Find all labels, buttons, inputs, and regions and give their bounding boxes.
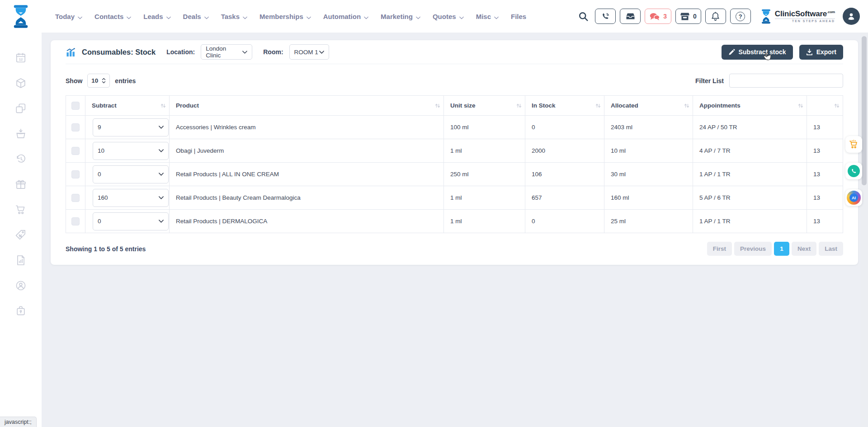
primary-nav: TodayContactsLeadsDealsTasksMembershipsA… [55, 12, 526, 21]
nav-item-label: Quotes [433, 13, 456, 20]
chat-button[interactable]: 3 [645, 9, 671, 24]
pencil-icon [728, 49, 735, 56]
nav-item-marketing[interactable]: Marketing [381, 12, 420, 21]
page-previous-button[interactable]: Previous [734, 242, 772, 256]
subtract-stock-label: Substract stock [739, 48, 786, 56]
subtract-select[interactable]: 9 [93, 118, 169, 136]
subtract-select-value: 9 [98, 124, 101, 131]
chevron-down-icon [159, 196, 164, 199]
app-logo[interactable] [0, 5, 42, 28]
unit-size-cell: 250 ml [444, 163, 525, 186]
nav-item-tasks[interactable]: Tasks [221, 12, 247, 21]
page-title: Consumables: Stock [82, 48, 156, 56]
table-row: 0Retail Products | ALL IN ONE CREAM250 m… [66, 163, 843, 186]
sidebar-item-cart[interactable] [14, 203, 28, 216]
sidebar-item-gift[interactable] [14, 178, 28, 190]
report-document-icon [15, 254, 27, 266]
page-number-button[interactable]: 1 [774, 242, 789, 256]
sidebar-item-products[interactable] [14, 77, 28, 89]
brand-logo[interactable]: ClinicSoftware.com TEN STEPS AHEAD [760, 9, 835, 24]
sidebar-item-calendar[interactable]: 12 [14, 52, 28, 64]
nav-item-deals[interactable]: Deals [183, 12, 209, 21]
table-footer: Showing 1 to 5 of 5 entries First Previo… [66, 242, 843, 256]
chevron-down-icon [127, 13, 131, 21]
nav-item-leads[interactable]: Leads [143, 12, 170, 21]
column-header-allocated[interactable]: Allocated [604, 96, 693, 116]
row-checkbox[interactable] [71, 194, 80, 202]
help-button[interactable]: ? [730, 9, 751, 24]
row-checkbox[interactable] [71, 147, 80, 155]
select-all-checkbox[interactable] [71, 102, 80, 110]
nav-item-today[interactable]: Today [55, 12, 82, 21]
export-label: Export [816, 48, 836, 56]
user-avatar[interactable] [843, 8, 860, 25]
subtract-select-value: 0 [98, 171, 101, 178]
notifications-button[interactable] [705, 9, 726, 24]
subtract-select[interactable]: 160 [93, 189, 169, 207]
chevron-down-icon [416, 13, 420, 21]
in-stock-cell: 2000 [525, 139, 604, 163]
sidebar-item-basket-download[interactable] [14, 127, 28, 140]
chevron-down-icon [364, 13, 368, 21]
show-label: Show [66, 77, 82, 84]
nav-item-misc[interactable]: Misc [476, 12, 499, 21]
sidebar-item-account[interactable] [14, 279, 28, 291]
subtract-select[interactable]: 0 [93, 212, 169, 230]
column-header-product[interactable]: Product [170, 96, 444, 116]
card-header: Consumables: Stock Location: London Clin… [66, 40, 843, 64]
subtract-select[interactable]: 0 [93, 165, 169, 183]
page-last-button[interactable]: Last [819, 242, 843, 256]
in-stock-cell: 0 [525, 116, 604, 139]
filter-list-input[interactable] [729, 74, 843, 88]
row-checkbox[interactable] [71, 217, 80, 225]
floating-ai-button[interactable]: AI [845, 189, 862, 206]
nav-item-contacts[interactable]: Contacts [94, 12, 131, 21]
extra-cell: 13 [807, 210, 843, 233]
nav-item-files[interactable]: Files [511, 13, 526, 20]
nav-item-label: Misc [476, 13, 491, 20]
nav-item-quotes[interactable]: Quotes [433, 12, 464, 21]
table-row: 10Obagi | Juvederm1 ml200010 ml4 AP / 7 … [66, 139, 843, 163]
chevron-down-icon [307, 13, 311, 21]
column-header-appointments[interactable]: Appointments [693, 96, 807, 116]
column-header-subtract[interactable]: Subtract [85, 96, 170, 116]
page-first-button[interactable]: First [707, 242, 732, 256]
floating-cart-button[interactable] [845, 136, 862, 153]
phone-circle-icon [848, 165, 860, 177]
phone-button[interactable] [595, 9, 616, 24]
floating-phone-button[interactable] [845, 163, 862, 179]
sidebar-item-history[interactable] [14, 153, 28, 165]
phone-icon [601, 12, 610, 21]
page-next-button[interactable]: Next [792, 242, 816, 256]
column-header-in-stock[interactable]: In Stock [525, 96, 604, 116]
row-checkbox[interactable] [71, 170, 80, 178]
room-select[interactable]: ROOM 1 [289, 44, 329, 60]
updown-arrows-icon [102, 78, 106, 84]
sidebar-item-reports[interactable] [14, 254, 28, 266]
subtract-stock-button[interactable]: Substract stock [722, 45, 793, 60]
subtract-select-value: 0 [98, 218, 101, 225]
page-scrollbar[interactable] [860, 33, 868, 427]
sidebar-item-locker[interactable] [14, 305, 28, 317]
account-circle-icon [15, 280, 27, 291]
export-button[interactable]: Export [799, 45, 843, 60]
row-checkbox[interactable] [71, 123, 80, 131]
topbar-actions: 3 0 ? [578, 8, 868, 25]
sidebar-item-copy[interactable] [14, 102, 28, 114]
nav-item-memberships[interactable]: Memberships [259, 12, 311, 21]
column-header-extra[interactable] [807, 96, 843, 116]
subtract-select[interactable]: 10 [93, 142, 169, 160]
show-entries-select[interactable]: 10 [87, 74, 110, 88]
sidebar-item-discounts[interactable] [14, 229, 28, 241]
inbox-button[interactable] [620, 9, 641, 24]
floating-actions: AI [845, 136, 862, 206]
pos-button[interactable]: 0 [675, 9, 701, 24]
search-icon[interactable] [578, 11, 589, 22]
nav-item-automation[interactable]: Automation [323, 12, 368, 21]
nav-item-label: Today [55, 13, 75, 20]
table-controls: Show 10 entries Filter List [66, 74, 843, 88]
column-header-unit-size[interactable]: Unit size [444, 96, 525, 116]
scrollbar-thumb[interactable] [862, 36, 867, 185]
entries-label: entries [115, 77, 136, 84]
location-select[interactable]: London Clinic [201, 44, 252, 60]
